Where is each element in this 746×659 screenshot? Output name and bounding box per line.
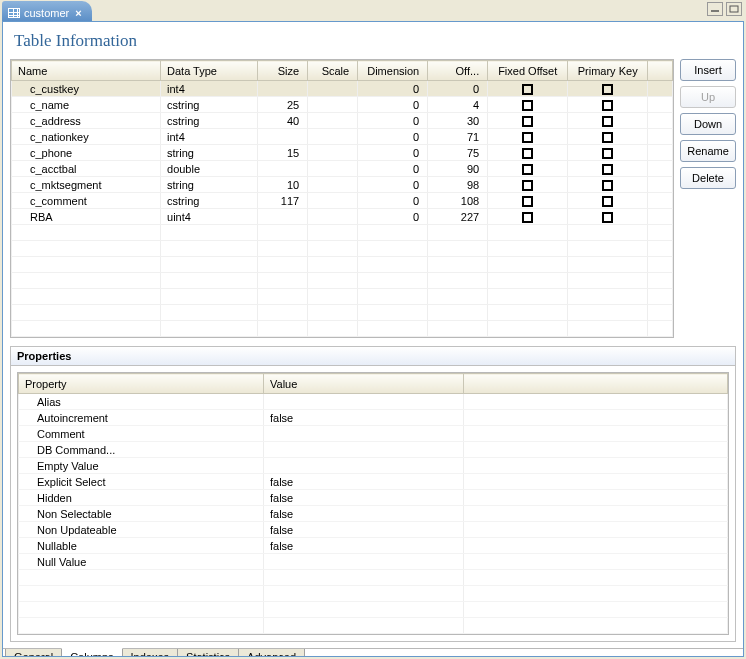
cell [308, 177, 358, 193]
cell [648, 97, 673, 113]
property-row-empty [19, 602, 728, 618]
checkbox[interactable] [602, 132, 613, 143]
column-header[interactable]: Size [258, 61, 308, 81]
cell [488, 209, 568, 225]
table-row[interactable]: c_commentcstring1170108 [12, 193, 673, 209]
delete-button[interactable]: Delete [680, 167, 736, 189]
property-value[interactable]: false [264, 410, 464, 426]
table-row[interactable]: c_custkeyint400 [12, 81, 673, 97]
table-row[interactable]: c_phonestring15075 [12, 145, 673, 161]
checkbox[interactable] [522, 100, 533, 111]
insert-button[interactable]: Insert [680, 59, 736, 81]
cell: 0 [358, 161, 428, 177]
checkbox[interactable] [602, 164, 613, 175]
table-row[interactable]: c_nationkeyint4071 [12, 129, 673, 145]
checkbox[interactable] [522, 196, 533, 207]
property-row[interactable]: Empty Value [19, 458, 728, 474]
column-header[interactable]: Data Type [161, 61, 258, 81]
tab-advanced[interactable]: Advanced [238, 649, 305, 657]
property-value[interactable]: false [264, 490, 464, 506]
property-row[interactable]: Non Selectablefalse [19, 506, 728, 522]
property-row[interactable]: Comment [19, 426, 728, 442]
table-row[interactable]: RBAuint40227 [12, 209, 673, 225]
property-header[interactable]: Property [19, 374, 264, 394]
cell [648, 145, 673, 161]
tab-columns[interactable]: Columns [61, 648, 122, 657]
property-row[interactable]: Non Updateablefalse [19, 522, 728, 538]
checkbox[interactable] [522, 148, 533, 159]
property-value[interactable] [264, 458, 464, 474]
column-header[interactable]: Dimension [358, 61, 428, 81]
cell: 71 [428, 129, 488, 145]
cell: c_mktsegment [12, 177, 161, 193]
checkbox[interactable] [522, 164, 533, 175]
tab-indexes[interactable]: Indexes [122, 649, 179, 657]
cell [568, 177, 648, 193]
property-row[interactable]: Null Value [19, 554, 728, 570]
checkbox[interactable] [602, 196, 613, 207]
column-header[interactable]: Fixed Offset [488, 61, 568, 81]
cell [648, 209, 673, 225]
cell: 0 [358, 129, 428, 145]
property-value[interactable] [264, 554, 464, 570]
property-row[interactable]: Nullablefalse [19, 538, 728, 554]
columns-table[interactable]: NameData TypeSizeScaleDimensionOff...Fix… [11, 60, 673, 337]
rename-button[interactable]: Rename [680, 140, 736, 162]
editor-tab-customer[interactable]: customer × [2, 1, 92, 21]
table-row[interactable]: c_namecstring2504 [12, 97, 673, 113]
property-value[interactable] [264, 426, 464, 442]
cell: 0 [358, 193, 428, 209]
checkbox[interactable] [602, 180, 613, 191]
property-row[interactable]: Explicit Selectfalse [19, 474, 728, 490]
property-name: Non Updateable [19, 522, 264, 538]
cell: 98 [428, 177, 488, 193]
down-button[interactable]: Down [680, 113, 736, 135]
cell: RBA [12, 209, 161, 225]
checkbox[interactable] [522, 212, 533, 223]
column-header[interactable]: Name [12, 61, 161, 81]
property-value[interactable]: false [264, 506, 464, 522]
table-row-empty [12, 241, 673, 257]
cell: int4 [161, 129, 258, 145]
table-row[interactable]: c_acctbaldouble090 [12, 161, 673, 177]
checkbox[interactable] [602, 212, 613, 223]
checkbox[interactable] [522, 180, 533, 191]
cell [308, 129, 358, 145]
close-icon[interactable]: × [75, 7, 81, 19]
checkbox[interactable] [522, 132, 533, 143]
cell [568, 97, 648, 113]
table-row[interactable]: c_mktsegmentstring10098 [12, 177, 673, 193]
property-name: Hidden [19, 490, 264, 506]
property-header[interactable]: Value [264, 374, 464, 394]
minimize-button[interactable] [707, 2, 723, 16]
table-row[interactable]: c_addresscstring40030 [12, 113, 673, 129]
property-value[interactable] [264, 394, 464, 410]
cell [258, 81, 308, 97]
column-header[interactable]: Primary Key [568, 61, 648, 81]
column-header[interactable]: Off... [428, 61, 488, 81]
checkbox[interactable] [522, 116, 533, 127]
cell: c_acctbal [12, 161, 161, 177]
maximize-button[interactable] [726, 2, 742, 16]
column-header[interactable]: Scale [308, 61, 358, 81]
tab-general[interactable]: General [5, 649, 62, 657]
property-value[interactable]: false [264, 474, 464, 490]
property-row[interactable]: Autoincrementfalse [19, 410, 728, 426]
checkbox[interactable] [602, 148, 613, 159]
property-value[interactable] [264, 442, 464, 458]
checkbox[interactable] [522, 84, 533, 95]
up-button[interactable]: Up [680, 86, 736, 108]
property-row[interactable]: DB Command... [19, 442, 728, 458]
property-row-empty [19, 570, 728, 586]
checkbox[interactable] [602, 100, 613, 111]
checkbox[interactable] [602, 116, 613, 127]
property-row[interactable]: Hiddenfalse [19, 490, 728, 506]
property-value[interactable]: false [264, 538, 464, 554]
properties-table[interactable]: PropertyValue AliasAutoincrementfalseCom… [18, 373, 728, 634]
cell [568, 161, 648, 177]
tab-statistics[interactable]: Statistics [177, 649, 239, 657]
checkbox[interactable] [602, 84, 613, 95]
property-value[interactable]: false [264, 522, 464, 538]
cell [568, 129, 648, 145]
property-row[interactable]: Alias [19, 394, 728, 410]
